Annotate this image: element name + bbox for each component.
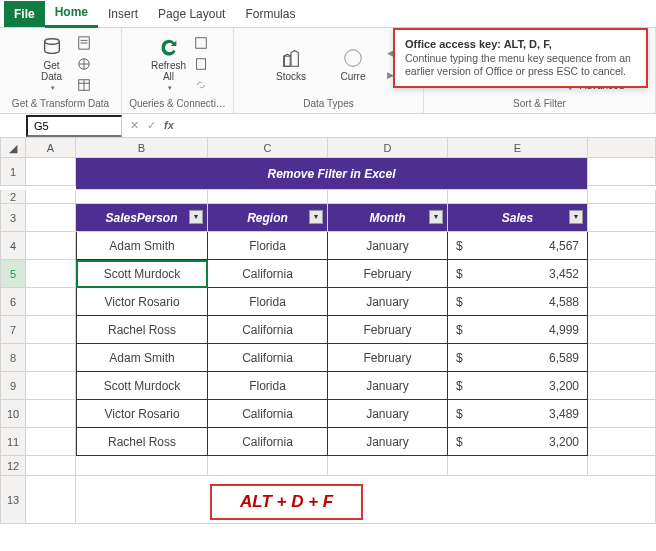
cell[interactable] <box>588 400 656 428</box>
cell-month[interactable]: January <box>328 288 448 316</box>
row-header[interactable]: 5 <box>0 260 26 288</box>
cell[interactable] <box>588 372 656 400</box>
cell[interactable] <box>328 456 448 476</box>
cell[interactable] <box>26 232 76 260</box>
cell[interactable] <box>588 260 656 288</box>
select-all-corner[interactable]: ◢ <box>0 138 26 158</box>
cell-region[interactable]: California <box>208 400 328 428</box>
cell-region[interactable]: Florida <box>208 232 328 260</box>
cell-salesperson[interactable]: Scott Murdock <box>76 260 208 288</box>
cell-month[interactable]: February <box>328 260 448 288</box>
row-header[interactable]: 11 <box>0 428 26 456</box>
cell-region[interactable]: California <box>208 344 328 372</box>
tab-page-layout[interactable]: Page Layout <box>148 1 235 27</box>
cell-sales[interactable]: $4,999 <box>448 316 588 344</box>
cell[interactable] <box>26 400 76 428</box>
cell[interactable] <box>588 344 656 372</box>
cell-sales[interactable]: $3,452 <box>448 260 588 288</box>
row-header[interactable]: 12 <box>0 456 26 476</box>
cell[interactable] <box>588 204 656 232</box>
cell-sales[interactable]: $3,200 <box>448 428 588 456</box>
cell-salesperson[interactable]: Victor Rosario <box>76 288 208 316</box>
row-header[interactable]: 9 <box>0 372 26 400</box>
col-header[interactable]: B <box>76 138 208 158</box>
cell[interactable] <box>26 476 76 524</box>
cell-salesperson[interactable]: Rachel Ross <box>76 428 208 456</box>
cell[interactable] <box>208 190 328 204</box>
cell-month[interactable]: February <box>328 344 448 372</box>
cell[interactable] <box>588 158 656 186</box>
cell-sales[interactable]: $4,567 <box>448 232 588 260</box>
col-header[interactable]: D <box>328 138 448 158</box>
cell[interactable] <box>588 428 656 456</box>
cell-region[interactable]: California <box>208 260 328 288</box>
cell[interactable] <box>76 456 208 476</box>
cell-salesperson[interactable]: Victor Rosario <box>76 400 208 428</box>
cell-salesperson[interactable]: Adam Smith <box>76 344 208 372</box>
th-region[interactable]: Region▼ <box>208 204 328 232</box>
cell-sales[interactable]: $3,489 <box>448 400 588 428</box>
filter-dropdown-icon[interactable]: ▼ <box>189 210 203 224</box>
cell[interactable] <box>26 428 76 456</box>
get-data-button[interactable]: Get Data <box>31 34 73 94</box>
cell-month[interactable]: January <box>328 428 448 456</box>
cell-sales[interactable]: $4,588 <box>448 288 588 316</box>
cell-salesperson[interactable]: Adam Smith <box>76 232 208 260</box>
cell-month[interactable]: February <box>328 316 448 344</box>
cell[interactable] <box>26 316 76 344</box>
cell[interactable] <box>26 260 76 288</box>
tab-insert[interactable]: Insert <box>98 1 148 27</box>
col-header[interactable]: E <box>448 138 588 158</box>
cell-sales[interactable]: $3,200 <box>448 372 588 400</box>
row-header[interactable]: 7 <box>0 316 26 344</box>
th-month[interactable]: Month▼ <box>328 204 448 232</box>
col-header[interactable]: C <box>208 138 328 158</box>
cell[interactable] <box>26 456 76 476</box>
cell[interactable] <box>588 190 656 204</box>
editlinks-btn[interactable] <box>194 76 208 94</box>
cell[interactable] <box>588 232 656 260</box>
cell-salesperson[interactable]: Rachel Ross <box>76 316 208 344</box>
from-web-button[interactable] <box>77 55 91 73</box>
cell[interactable] <box>26 288 76 316</box>
row-header[interactable]: 2 <box>0 190 26 204</box>
cell[interactable] <box>26 372 76 400</box>
col-header[interactable]: A <box>26 138 76 158</box>
cell[interactable] <box>208 456 328 476</box>
tab-home[interactable]: Home <box>45 0 98 28</box>
cell[interactable] <box>26 158 76 186</box>
cell[interactable] <box>588 316 656 344</box>
cell[interactable] <box>448 190 588 204</box>
row-header[interactable]: 4 <box>0 232 26 260</box>
cell-region[interactable]: California <box>208 316 328 344</box>
row-header[interactable]: 13 <box>0 476 26 524</box>
filter-dropdown-icon[interactable]: ▼ <box>309 210 323 224</box>
refresh-all-button[interactable]: Refresh All <box>148 34 190 94</box>
enter-icon[interactable]: ✓ <box>147 119 156 132</box>
cancel-icon[interactable]: ✕ <box>130 119 139 132</box>
tab-file[interactable]: File <box>4 1 45 27</box>
cell-region[interactable]: Florida <box>208 372 328 400</box>
properties-btn[interactable] <box>194 55 208 73</box>
row-header[interactable]: 3 <box>0 204 26 232</box>
cell-region[interactable]: Florida <box>208 288 328 316</box>
cell[interactable] <box>448 456 588 476</box>
cell[interactable] <box>26 344 76 372</box>
cell-month[interactable]: January <box>328 232 448 260</box>
cell[interactable] <box>26 190 76 204</box>
cell[interactable] <box>588 288 656 316</box>
cell-region[interactable]: California <box>208 428 328 456</box>
filter-dropdown-icon[interactable]: ▼ <box>429 210 443 224</box>
th-salesperson[interactable]: SalesPerson▼ <box>76 204 208 232</box>
cell[interactable] <box>26 204 76 232</box>
cell[interactable] <box>328 190 448 204</box>
fx-icon[interactable]: fx <box>164 119 174 132</box>
cell[interactable]: ALT + D + F <box>76 476 656 524</box>
col-header[interactable] <box>588 138 656 158</box>
tab-formulas[interactable]: Formulas <box>235 1 305 27</box>
currencies-button[interactable]: Curre <box>329 34 377 94</box>
cell-month[interactable]: January <box>328 400 448 428</box>
filter-dropdown-icon[interactable]: ▼ <box>569 210 583 224</box>
cell[interactable] <box>76 190 208 204</box>
cell-salesperson[interactable]: Scott Murdock <box>76 372 208 400</box>
